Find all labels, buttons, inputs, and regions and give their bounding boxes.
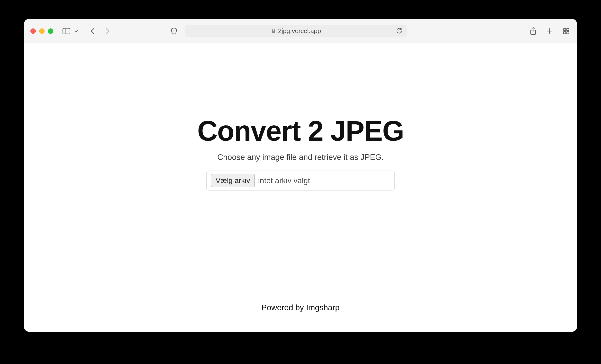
back-button[interactable] <box>88 27 97 36</box>
file-input-status: intet arkiv valgt <box>258 176 310 185</box>
svg-rect-9 <box>567 29 569 31</box>
address-bar[interactable]: 2jpg.vercel.app <box>185 25 407 38</box>
footer-text: Powered by Imgsharp <box>261 303 340 312</box>
page-footer: Powered by Imgsharp <box>24 283 577 332</box>
browser-window: 2jpg.vercel.app <box>24 19 577 332</box>
address-bar-text: 2jpg.vercel.app <box>278 27 321 35</box>
minimize-window-button[interactable] <box>39 29 45 34</box>
new-tab-button[interactable] <box>545 27 554 36</box>
page-subtitle: Choose any image file and retrieve it as… <box>217 153 384 162</box>
page-content: Convert 2 JPEG Choose any image file and… <box>24 43 577 332</box>
share-button[interactable] <box>529 27 538 36</box>
forward-button[interactable] <box>103 27 112 36</box>
window-controls <box>30 29 53 34</box>
tab-group-dropdown[interactable] <box>72 27 80 36</box>
svg-rect-10 <box>563 32 566 34</box>
svg-rect-0 <box>63 28 70 34</box>
close-window-button[interactable] <box>30 29 36 34</box>
privacy-shield-button[interactable] <box>170 27 178 36</box>
sidebar-toggle-button[interactable] <box>62 27 71 36</box>
lock-icon <box>271 29 276 34</box>
maximize-window-button[interactable] <box>48 29 53 34</box>
svg-rect-8 <box>563 29 566 31</box>
file-input-container[interactable]: Vælg arkiv intet arkiv valgt <box>206 171 395 191</box>
choose-file-button[interactable]: Vælg arkiv <box>211 174 255 187</box>
browser-titlebar: 2jpg.vercel.app <box>24 19 577 43</box>
reload-button[interactable] <box>395 27 404 36</box>
tab-overview-button[interactable] <box>562 27 571 36</box>
svg-rect-3 <box>272 31 275 33</box>
svg-rect-11 <box>567 32 569 34</box>
page-title: Convert 2 JPEG <box>197 115 404 147</box>
